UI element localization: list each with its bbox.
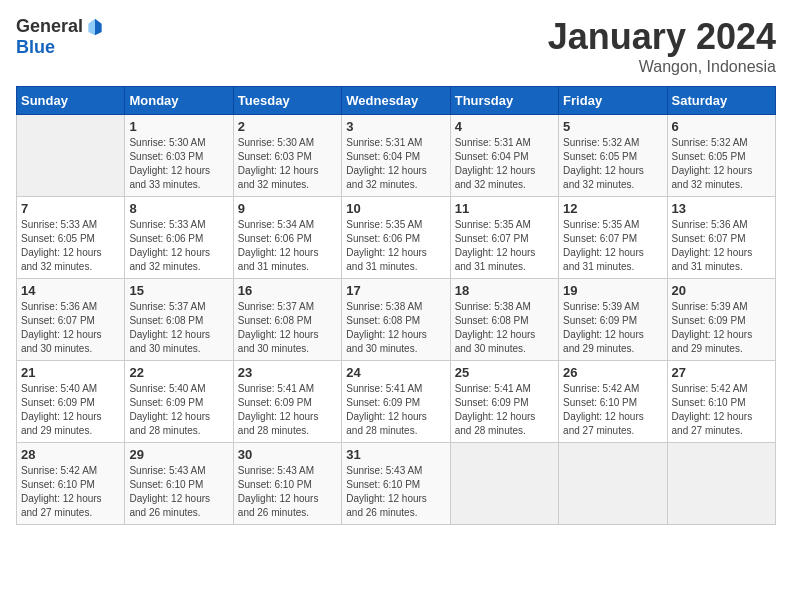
calendar-cell [17, 115, 125, 197]
day-number: 15 [129, 283, 228, 298]
day-number: 22 [129, 365, 228, 380]
day-info: Sunrise: 5:38 AMSunset: 6:08 PMDaylight:… [346, 300, 445, 356]
day-info: Sunrise: 5:37 AMSunset: 6:08 PMDaylight:… [129, 300, 228, 356]
day-info: Sunrise: 5:35 AMSunset: 6:07 PMDaylight:… [455, 218, 554, 274]
day-number: 14 [21, 283, 120, 298]
calendar-cell: 23Sunrise: 5:41 AMSunset: 6:09 PMDayligh… [233, 361, 341, 443]
day-number: 29 [129, 447, 228, 462]
calendar-cell [450, 443, 558, 525]
weekday-header-tuesday: Tuesday [233, 87, 341, 115]
calendar-cell: 16Sunrise: 5:37 AMSunset: 6:08 PMDayligh… [233, 279, 341, 361]
day-info: Sunrise: 5:32 AMSunset: 6:05 PMDaylight:… [672, 136, 771, 192]
location-subtitle: Wangon, Indonesia [548, 58, 776, 76]
day-info: Sunrise: 5:36 AMSunset: 6:07 PMDaylight:… [672, 218, 771, 274]
day-info: Sunrise: 5:43 AMSunset: 6:10 PMDaylight:… [238, 464, 337, 520]
calendar-cell: 24Sunrise: 5:41 AMSunset: 6:09 PMDayligh… [342, 361, 450, 443]
page-header: General Blue January 2024 Wangon, Indone… [16, 16, 776, 76]
calendar-cell: 8Sunrise: 5:33 AMSunset: 6:06 PMDaylight… [125, 197, 233, 279]
day-info: Sunrise: 5:31 AMSunset: 6:04 PMDaylight:… [346, 136, 445, 192]
day-number: 5 [563, 119, 662, 134]
logo: General Blue [16, 16, 105, 58]
day-info: Sunrise: 5:30 AMSunset: 6:03 PMDaylight:… [238, 136, 337, 192]
day-number: 26 [563, 365, 662, 380]
calendar-cell [667, 443, 775, 525]
day-info: Sunrise: 5:34 AMSunset: 6:06 PMDaylight:… [238, 218, 337, 274]
day-info: Sunrise: 5:39 AMSunset: 6:09 PMDaylight:… [672, 300, 771, 356]
calendar-cell: 13Sunrise: 5:36 AMSunset: 6:07 PMDayligh… [667, 197, 775, 279]
month-title: January 2024 [548, 16, 776, 58]
day-number: 28 [21, 447, 120, 462]
day-info: Sunrise: 5:32 AMSunset: 6:05 PMDaylight:… [563, 136, 662, 192]
weekday-header-friday: Friday [559, 87, 667, 115]
calendar-week-row: 28Sunrise: 5:42 AMSunset: 6:10 PMDayligh… [17, 443, 776, 525]
day-info: Sunrise: 5:33 AMSunset: 6:05 PMDaylight:… [21, 218, 120, 274]
day-info: Sunrise: 5:40 AMSunset: 6:09 PMDaylight:… [21, 382, 120, 438]
day-info: Sunrise: 5:39 AMSunset: 6:09 PMDaylight:… [563, 300, 662, 356]
day-number: 16 [238, 283, 337, 298]
day-number: 20 [672, 283, 771, 298]
calendar-cell: 20Sunrise: 5:39 AMSunset: 6:09 PMDayligh… [667, 279, 775, 361]
day-info: Sunrise: 5:35 AMSunset: 6:07 PMDaylight:… [563, 218, 662, 274]
day-number: 23 [238, 365, 337, 380]
day-number: 27 [672, 365, 771, 380]
calendar-table: SundayMondayTuesdayWednesdayThursdayFrid… [16, 86, 776, 525]
day-number: 31 [346, 447, 445, 462]
day-number: 7 [21, 201, 120, 216]
calendar-cell: 30Sunrise: 5:43 AMSunset: 6:10 PMDayligh… [233, 443, 341, 525]
calendar-cell: 25Sunrise: 5:41 AMSunset: 6:09 PMDayligh… [450, 361, 558, 443]
day-info: Sunrise: 5:41 AMSunset: 6:09 PMDaylight:… [455, 382, 554, 438]
calendar-week-row: 1Sunrise: 5:30 AMSunset: 6:03 PMDaylight… [17, 115, 776, 197]
calendar-cell: 18Sunrise: 5:38 AMSunset: 6:08 PMDayligh… [450, 279, 558, 361]
weekday-header-monday: Monday [125, 87, 233, 115]
day-info: Sunrise: 5:30 AMSunset: 6:03 PMDaylight:… [129, 136, 228, 192]
calendar-cell: 1Sunrise: 5:30 AMSunset: 6:03 PMDaylight… [125, 115, 233, 197]
day-info: Sunrise: 5:41 AMSunset: 6:09 PMDaylight:… [238, 382, 337, 438]
weekday-header-sunday: Sunday [17, 87, 125, 115]
calendar-week-row: 21Sunrise: 5:40 AMSunset: 6:09 PMDayligh… [17, 361, 776, 443]
logo-icon [85, 17, 105, 37]
day-info: Sunrise: 5:36 AMSunset: 6:07 PMDaylight:… [21, 300, 120, 356]
day-number: 25 [455, 365, 554, 380]
calendar-week-row: 14Sunrise: 5:36 AMSunset: 6:07 PMDayligh… [17, 279, 776, 361]
calendar-cell: 22Sunrise: 5:40 AMSunset: 6:09 PMDayligh… [125, 361, 233, 443]
calendar-cell: 15Sunrise: 5:37 AMSunset: 6:08 PMDayligh… [125, 279, 233, 361]
calendar-cell: 28Sunrise: 5:42 AMSunset: 6:10 PMDayligh… [17, 443, 125, 525]
calendar-cell: 5Sunrise: 5:32 AMSunset: 6:05 PMDaylight… [559, 115, 667, 197]
title-block: January 2024 Wangon, Indonesia [548, 16, 776, 76]
day-info: Sunrise: 5:42 AMSunset: 6:10 PMDaylight:… [21, 464, 120, 520]
day-number: 6 [672, 119, 771, 134]
weekday-header-thursday: Thursday [450, 87, 558, 115]
calendar-cell: 2Sunrise: 5:30 AMSunset: 6:03 PMDaylight… [233, 115, 341, 197]
day-number: 18 [455, 283, 554, 298]
day-number: 1 [129, 119, 228, 134]
day-info: Sunrise: 5:38 AMSunset: 6:08 PMDaylight:… [455, 300, 554, 356]
calendar-cell: 9Sunrise: 5:34 AMSunset: 6:06 PMDaylight… [233, 197, 341, 279]
calendar-cell: 4Sunrise: 5:31 AMSunset: 6:04 PMDaylight… [450, 115, 558, 197]
day-number: 21 [21, 365, 120, 380]
calendar-cell: 12Sunrise: 5:35 AMSunset: 6:07 PMDayligh… [559, 197, 667, 279]
day-number: 24 [346, 365, 445, 380]
day-info: Sunrise: 5:43 AMSunset: 6:10 PMDaylight:… [346, 464, 445, 520]
day-number: 19 [563, 283, 662, 298]
calendar-cell: 21Sunrise: 5:40 AMSunset: 6:09 PMDayligh… [17, 361, 125, 443]
calendar-cell: 14Sunrise: 5:36 AMSunset: 6:07 PMDayligh… [17, 279, 125, 361]
day-info: Sunrise: 5:41 AMSunset: 6:09 PMDaylight:… [346, 382, 445, 438]
calendar-cell: 10Sunrise: 5:35 AMSunset: 6:06 PMDayligh… [342, 197, 450, 279]
day-number: 4 [455, 119, 554, 134]
day-number: 11 [455, 201, 554, 216]
calendar-cell: 7Sunrise: 5:33 AMSunset: 6:05 PMDaylight… [17, 197, 125, 279]
calendar-cell: 27Sunrise: 5:42 AMSunset: 6:10 PMDayligh… [667, 361, 775, 443]
calendar-cell: 3Sunrise: 5:31 AMSunset: 6:04 PMDaylight… [342, 115, 450, 197]
logo-general-text: General [16, 16, 83, 37]
day-info: Sunrise: 5:42 AMSunset: 6:10 PMDaylight:… [563, 382, 662, 438]
day-info: Sunrise: 5:31 AMSunset: 6:04 PMDaylight:… [455, 136, 554, 192]
logo-blue-text: Blue [16, 37, 55, 57]
calendar-cell: 6Sunrise: 5:32 AMSunset: 6:05 PMDaylight… [667, 115, 775, 197]
day-number: 17 [346, 283, 445, 298]
day-info: Sunrise: 5:40 AMSunset: 6:09 PMDaylight:… [129, 382, 228, 438]
day-number: 9 [238, 201, 337, 216]
weekday-header-wednesday: Wednesday [342, 87, 450, 115]
day-info: Sunrise: 5:37 AMSunset: 6:08 PMDaylight:… [238, 300, 337, 356]
day-number: 10 [346, 201, 445, 216]
day-number: 8 [129, 201, 228, 216]
